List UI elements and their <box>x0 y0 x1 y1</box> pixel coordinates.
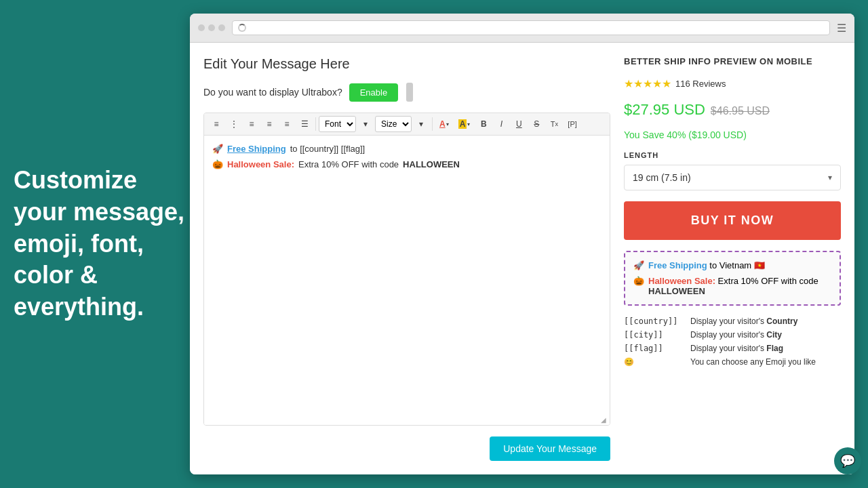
halloween-sale-label: Halloween Sale: <box>227 159 294 169</box>
var-code-flag: [[flag]] <box>624 344 685 353</box>
browser-content: Edit Your Message Here Do you want to di… <box>190 43 854 474</box>
var-row-country: [[country]] Display your visitor's Count… <box>624 317 841 326</box>
browser-menu-icon[interactable]: ☰ <box>837 22 846 35</box>
dot-yellow <box>208 24 215 31</box>
preview-halloween-label: Halloween Sale: <box>648 276 715 286</box>
toolbar-sep-1 <box>315 117 316 131</box>
free-shipping-link: Free Shipping <box>227 144 286 154</box>
enable-button[interactable]: Enable <box>349 83 398 102</box>
align-justify-button[interactable]: ☰ <box>296 116 313 132</box>
browser-dots <box>198 24 225 31</box>
resize-handle[interactable]: ◢ <box>601 416 608 423</box>
buy-now-button[interactable]: BUY IT NOW <box>624 201 841 240</box>
preview-halloween-text: Extra 10% OFF with code <box>715 276 818 286</box>
loading-spinner <box>238 24 246 32</box>
bold-button[interactable]: B <box>475 116 492 132</box>
editor-panel: Edit Your Message Here Do you want to di… <box>203 56 610 461</box>
preview-halloween-line: 🎃 Halloween Sale: Extra 10% OFF with cod… <box>633 276 831 296</box>
var-row-flag: [[flag]] Display your visitor's Flag <box>624 344 841 353</box>
var-code-emoji: 😊 <box>624 357 685 367</box>
preview-rocket-emoji: 🚀 <box>633 260 644 270</box>
clear-format-button[interactable]: Tx <box>546 116 562 132</box>
var-desc-flag: Display your visitor's Flag <box>690 344 783 353</box>
browser-chrome: ☰ <box>190 14 854 43</box>
length-value: 19 cm (7.5 in) <box>633 172 691 183</box>
message-line-halloween: 🎃 Halloween Sale: Extra 10% OFF with cod… <box>212 159 601 169</box>
strikethrough-button[interactable]: S <box>528 116 545 132</box>
chat-bubble[interactable]: 💬 <box>834 447 861 474</box>
address-bar[interactable] <box>232 20 830 35</box>
message-preview-box: 🚀 Free Shipping to Vietnam 🇻🇳 🎃 Hallowee… <box>624 251 841 306</box>
editor-body[interactable]: 🚀 Free Shipping to [[country]] [[flag]] … <box>204 136 610 425</box>
highlight-color-button[interactable]: A▾ <box>454 116 475 132</box>
var-desc-country: Display your visitor's Country <box>690 317 797 326</box>
var-row-city: [[city]] Display your visitor's City <box>624 330 841 340</box>
star-rating: ★★★★★ <box>624 77 671 90</box>
paragraph-button[interactable]: [P] <box>564 116 580 132</box>
toolbar-sep-2 <box>432 117 433 131</box>
editor-title: Edit Your Message Here <box>203 56 610 72</box>
length-section: LENGTH 19 cm (7.5 in) ▾ <box>624 151 841 190</box>
product-preview-panel: BETTER SHIP INFO PREVIEW ON MOBILE ★★★★★… <box>624 56 841 461</box>
preview-shipping-dest: to Vietnam 🇻🇳 <box>707 260 765 270</box>
underline-button[interactable]: U <box>511 116 527 132</box>
preview-pumpkin-emoji: 🎃 <box>633 276 644 286</box>
align-right-button[interactable]: ≡ <box>279 116 295 132</box>
var-desc-emoji: You can choose any Emoji you like <box>690 357 816 367</box>
length-dropdown[interactable]: 19 cm (7.5 in) ▾ <box>624 165 841 190</box>
ordered-list-button[interactable]: ≡ <box>208 116 224 132</box>
review-count: 116 Reviews <box>675 79 726 89</box>
align-left-button[interactable]: ≡ <box>243 116 260 132</box>
size-selector[interactable]: Size <box>375 116 412 132</box>
original-price: $46.95 USD <box>711 105 770 117</box>
unordered-list-button[interactable]: ⋮ <box>226 116 242 132</box>
current-price: $27.95 USD <box>624 101 705 119</box>
var-code-city: [[city]] <box>624 330 685 340</box>
pumpkin-emoji: 🎃 <box>212 159 223 169</box>
italic-button[interactable]: I <box>493 116 509 132</box>
savings-text: You Save 40% ($19.00 USD) <box>624 129 841 140</box>
chevron-down-icon: ▾ <box>828 173 832 182</box>
length-label: LENGTH <box>624 151 841 159</box>
var-code-country: [[country]] <box>624 317 685 326</box>
font-color-button[interactable]: A▾ <box>435 116 453 132</box>
halloween-offer-text: Extra 10% OFF with code <box>298 159 399 169</box>
rich-text-editor: ≡ ⋮ ≡ ≡ ≡ ☰ Font ▾ Size ▾ A▾ <box>203 113 610 426</box>
editor-toolbar: ≡ ⋮ ≡ ≡ ≡ ☰ Font ▾ Size ▾ A▾ <box>204 113 610 136</box>
var-row-emoji: 😊 You can choose any Emoji you like <box>624 357 841 367</box>
size-dropdown-arrow[interactable]: ▾ <box>413 116 429 132</box>
hero-text-content: Customize your message, emoji, font, col… <box>14 166 184 321</box>
update-message-button[interactable]: Update Your Message <box>490 436 610 461</box>
preview-shipping-line: 🚀 Free Shipping to Vietnam 🇻🇳 <box>633 260 831 270</box>
preview-shipping-link: Free Shipping <box>648 260 707 270</box>
dot-red <box>198 24 205 31</box>
variables-table: [[country]] Display your visitor's Count… <box>624 317 841 367</box>
align-center-button[interactable]: ≡ <box>261 116 277 132</box>
price-row: $27.95 USD $46.95 USD <box>624 101 841 119</box>
message-line-shipping: 🚀 Free Shipping to [[country]] [[flag]] <box>212 144 601 154</box>
halloween-code: HALLOWEEN <box>403 159 460 169</box>
font-dropdown-arrow[interactable]: ▾ <box>357 116 374 132</box>
font-selector[interactable]: Font <box>319 116 356 132</box>
browser-window: ☰ Edit Your Message Here Do you want to … <box>190 14 854 474</box>
preview-halloween-code: HALLOWEEN <box>648 286 705 296</box>
ultrabox-row: Do you want to display Ultrabox? Enable <box>203 83 610 102</box>
shipping-destination: to [[country]] [[flag]] <box>290 144 366 154</box>
ultrabox-label: Do you want to display Ultrabox? <box>203 87 342 98</box>
stars-row: ★★★★★ 116 Reviews <box>624 77 841 90</box>
hero-text: Customize your message, emoji, font, col… <box>14 165 190 323</box>
preview-title: BETTER SHIP INFO PREVIEW ON MOBILE <box>624 56 841 66</box>
var-desc-city: Display your visitor's City <box>690 330 782 340</box>
rocket-emoji: 🚀 <box>212 144 223 154</box>
dot-green <box>218 24 225 31</box>
toggle-indicator <box>406 83 413 102</box>
